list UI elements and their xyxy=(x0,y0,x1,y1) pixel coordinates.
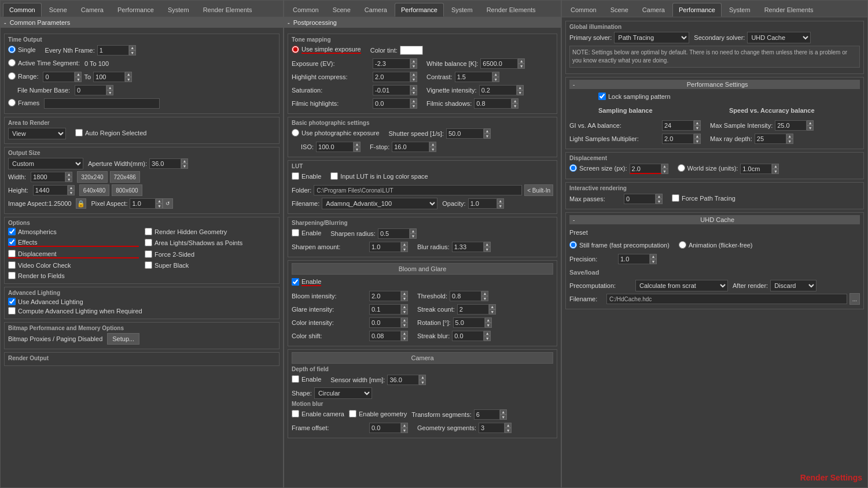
vignette-up[interactable]: ▲ xyxy=(517,85,524,90)
sharpen-enable-checkbox[interactable] xyxy=(292,229,299,236)
contrast-input[interactable] xyxy=(455,72,492,82)
shape-select[interactable]: Circular xyxy=(314,387,372,399)
filmic-highlights-up[interactable]: ▲ xyxy=(410,98,417,103)
blur-radius-down[interactable]: ▼ xyxy=(484,247,491,252)
aperture-input[interactable] xyxy=(149,158,181,169)
uhd-cache-collapse[interactable]: - xyxy=(573,217,575,223)
max-passes-up[interactable]: ▲ xyxy=(656,194,663,199)
gi-aa-up[interactable]: ▲ xyxy=(694,120,701,125)
frame-offset-input[interactable] xyxy=(369,423,401,433)
compute-advanced-checkbox[interactable] xyxy=(8,307,16,315)
max-passes-input[interactable] xyxy=(624,194,656,204)
pixel-aspect-up[interactable]: ▲ xyxy=(156,198,163,204)
active-time-radio[interactable] xyxy=(8,59,16,66)
glare-intensity-down[interactable]: ▼ xyxy=(401,309,408,315)
tab-common-right[interactable]: Common xyxy=(564,3,603,17)
lut-opacity-input[interactable] xyxy=(468,198,497,209)
tab-render-elements-mid[interactable]: Render Elements xyxy=(480,3,542,17)
height-down[interactable]: ▼ xyxy=(68,190,75,195)
atmospherics-checkbox[interactable] xyxy=(8,228,16,235)
transform-segments-input[interactable] xyxy=(474,409,500,420)
range-to-down[interactable]: ▼ xyxy=(125,77,132,82)
white-balance-down[interactable]: ▼ xyxy=(518,64,525,69)
blur-radius-input[interactable] xyxy=(452,242,484,252)
world-size-up[interactable]: ▲ xyxy=(772,164,779,169)
threshold-input[interactable] xyxy=(450,291,481,301)
force-path-tracing-checkbox[interactable] xyxy=(672,194,679,202)
tab-common-mid[interactable]: Common xyxy=(286,3,325,17)
pixel-aspect-reset[interactable]: ↺ xyxy=(163,198,173,209)
color-shift-down[interactable]: ▼ xyxy=(401,336,408,341)
screen-size-input[interactable] xyxy=(630,164,661,174)
sharpen-amount-down[interactable]: ▼ xyxy=(401,247,408,252)
exposure-up[interactable]: ▲ xyxy=(410,58,417,64)
precision-down[interactable]: ▼ xyxy=(650,259,657,264)
tab-scene-right[interactable]: Scene xyxy=(604,3,635,17)
aperture-up[interactable]: ▲ xyxy=(181,158,188,164)
range-to-input[interactable] xyxy=(93,72,125,82)
world-size-radio[interactable] xyxy=(678,164,685,172)
bloom-enable-checkbox[interactable] xyxy=(292,278,299,286)
filmic-shadows-up[interactable]: ▲ xyxy=(512,98,518,103)
color-shift-up[interactable]: ▲ xyxy=(401,331,408,336)
lut-opacity-up[interactable]: ▲ xyxy=(497,198,504,204)
uhd-filename-input[interactable] xyxy=(606,294,847,304)
tab-common-left[interactable]: Common xyxy=(3,3,42,17)
color-intensity-up[interactable]: ▲ xyxy=(401,317,408,323)
highlight-up[interactable]: ▲ xyxy=(410,72,417,77)
tab-performance-right[interactable]: Performance xyxy=(672,3,722,17)
enable-camera-checkbox[interactable] xyxy=(292,410,299,417)
sensor-width-up[interactable]: ▲ xyxy=(419,375,426,380)
range-to-up[interactable]: ▲ xyxy=(125,72,132,77)
perf-settings-collapse[interactable]: - xyxy=(573,82,575,88)
lut-opacity-down[interactable]: ▼ xyxy=(497,204,504,209)
range-radio[interactable] xyxy=(8,72,16,80)
preset-720-btn[interactable]: 720x486 xyxy=(110,171,140,183)
light-samples-down[interactable]: ▼ xyxy=(694,139,701,144)
gi-aa-down[interactable]: ▼ xyxy=(694,125,701,131)
light-samples-up[interactable]: ▲ xyxy=(694,134,701,139)
area-render-select[interactable]: View xyxy=(8,128,66,139)
saturation-up[interactable]: ▲ xyxy=(410,85,417,90)
aperture-down[interactable]: ▼ xyxy=(181,164,188,169)
lock-sampling-checkbox[interactable] xyxy=(598,93,606,100)
rotation-down[interactable]: ▼ xyxy=(485,323,492,328)
output-size-preset-select[interactable]: Custom xyxy=(8,158,83,169)
vignette-input[interactable] xyxy=(479,85,517,95)
area-lights-checkbox[interactable] xyxy=(145,239,152,246)
width-up[interactable]: ▲ xyxy=(65,172,72,177)
range-from-up[interactable]: ▲ xyxy=(75,72,82,77)
light-samples-input[interactable] xyxy=(662,134,694,144)
max-sample-down[interactable]: ▼ xyxy=(807,125,814,131)
exposure-down[interactable]: ▼ xyxy=(410,64,417,69)
sharpen-amount-input[interactable] xyxy=(369,242,401,252)
lock-aspect-btn[interactable]: 🔒 xyxy=(76,198,86,209)
transform-segments-up[interactable]: ▲ xyxy=(500,409,507,415)
iso-input[interactable] xyxy=(316,142,354,152)
world-size-input[interactable] xyxy=(740,164,772,174)
use-simple-radio[interactable] xyxy=(292,46,299,53)
tab-scene-left[interactable]: Scene xyxy=(43,3,73,17)
streak-blur-up[interactable]: ▲ xyxy=(484,331,491,336)
shutter-input[interactable] xyxy=(446,128,484,139)
lut-enable-checkbox[interactable] xyxy=(292,172,299,180)
vignette-down[interactable]: ▼ xyxy=(517,90,524,95)
use-photo-radio[interactable] xyxy=(292,129,299,136)
every-nth-input[interactable] xyxy=(97,45,129,56)
world-size-down[interactable]: ▼ xyxy=(772,169,779,174)
tab-camera-mid[interactable]: Camera xyxy=(358,3,393,17)
screen-size-radio[interactable] xyxy=(569,164,577,172)
precision-up[interactable]: ▲ xyxy=(650,254,657,259)
screen-size-down[interactable]: ▼ xyxy=(661,169,668,174)
super-black-checkbox[interactable] xyxy=(145,261,152,269)
shutter-down[interactable]: ▼ xyxy=(484,134,491,139)
frame-offset-down[interactable]: ▼ xyxy=(401,428,408,433)
contrast-up[interactable]: ▲ xyxy=(492,72,499,77)
sensor-width-input[interactable] xyxy=(387,375,419,385)
every-nth-up[interactable]: ▲ xyxy=(129,45,136,50)
height-up[interactable]: ▲ xyxy=(68,185,75,190)
lut-builtin-btn[interactable]: < Built-In xyxy=(524,184,553,196)
uhd-browse-btn[interactable]: ... xyxy=(849,293,860,305)
pixel-aspect-input[interactable] xyxy=(130,198,156,209)
sharpen-radius-up[interactable]: ▲ xyxy=(410,228,417,234)
